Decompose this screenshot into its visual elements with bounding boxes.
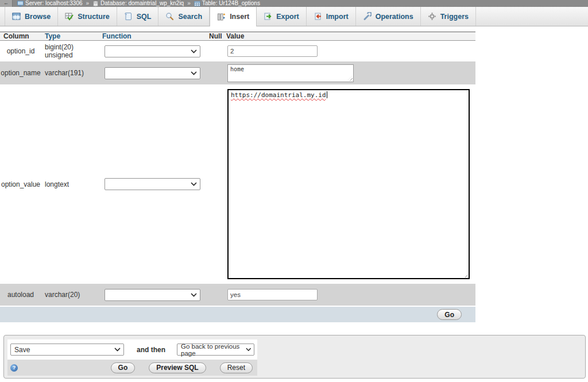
column-type: longtext — [41, 180, 102, 188]
tab-export[interactable]: Export — [257, 7, 307, 26]
column-type: bigint(20) unsigned — [41, 43, 102, 59]
function-select-autoload[interactable] — [105, 289, 200, 301]
chevron-down-icon — [191, 71, 197, 75]
browse-icon — [12, 12, 21, 21]
column-name: option_name — [0, 69, 41, 77]
breadcrumb-separator: » — [85, 0, 91, 7]
back-button[interactable]: ← — [0, 0, 13, 7]
table-row-option-value: option_value longtext https://domaintria… — [0, 86, 475, 283]
export-icon — [264, 12, 272, 21]
actions-row: Save and then Go back to previous page — [7, 339, 257, 360]
header-value: Value — [223, 32, 475, 40]
table-row-option-id: option_id bigint(20) unsigned — [0, 42, 475, 60]
chevron-down-icon — [191, 49, 197, 53]
value-input-option-id[interactable] — [227, 45, 318, 57]
insert-form: Column Type Function Null Value option_i… — [0, 26, 588, 322]
triggers-icon — [428, 12, 436, 21]
table-row-option-name: option_name varchar(191) home — [0, 61, 475, 84]
tab-import[interactable]: Import — [307, 7, 356, 26]
tab-triggers[interactable]: Triggers — [421, 7, 476, 26]
value-textarea-option-value[interactable]: https://domaintrial.my.id — [227, 89, 470, 279]
actions-panel: Save and then Go back to previous page ?… — [3, 335, 586, 379]
import-icon — [314, 12, 322, 21]
help-icon[interactable]: ? — [10, 364, 18, 372]
chevron-down-icon — [191, 293, 197, 297]
operations-icon — [363, 12, 372, 21]
column-type: varchar(191) — [41, 69, 102, 77]
breadcrumb-bar: ← Server: localhost:3306 » Database: dom… — [0, 0, 588, 7]
reset-button[interactable]: Reset — [220, 362, 253, 373]
tab-operations[interactable]: Operations — [356, 7, 421, 26]
and-then-label: and then — [137, 346, 165, 354]
header-function: Function — [102, 32, 207, 40]
tab-search[interactable]: Search — [158, 7, 210, 26]
insert-table: Column Type Function Null Value option_i… — [0, 32, 475, 322]
database-icon — [92, 1, 99, 7]
chevron-down-icon — [246, 348, 251, 352]
insert-icon — [217, 13, 226, 21]
chevron-down-icon — [191, 182, 197, 186]
actions-footer: ? Go Preview SQL Reset — [7, 360, 257, 376]
tab-browse[interactable]: Browse — [5, 7, 58, 26]
header-column: Column — [0, 32, 41, 40]
tab-insert[interactable]: Insert — [210, 7, 257, 26]
resize-handle-icon[interactable] — [347, 76, 353, 81]
column-name: option_value — [0, 180, 41, 188]
table-icon — [194, 1, 200, 7]
submit-go-button[interactable]: Go — [111, 362, 136, 373]
breadcrumb-server[interactable]: Server: localhost:3306 — [17, 0, 83, 7]
go-button[interactable]: Go — [437, 309, 462, 320]
server-icon — [17, 1, 24, 7]
tab-sql[interactable]: SQL — [117, 7, 159, 26]
phpmyadmin-insert-page: ← Server: localhost:3306 » Database: dom… — [0, 0, 588, 382]
column-type: varchar(20) — [41, 291, 102, 299]
preview-sql-button[interactable]: Preview SQL — [149, 362, 206, 373]
chevron-down-icon — [114, 348, 121, 352]
header-type: Type — [41, 32, 102, 40]
value-textarea-option-name[interactable]: home — [227, 64, 354, 82]
insert-action-select[interactable]: Save — [10, 344, 124, 356]
text-cursor — [327, 91, 328, 98]
column-name: autoload — [0, 291, 41, 299]
breadcrumb-database[interactable]: Database: domaintrial_wp_kn2iq — [92, 0, 184, 7]
function-select-option-name[interactable] — [105, 67, 200, 79]
breadcrumb-table[interactable]: Table: Ur124B_options — [194, 0, 260, 7]
after-insert-select[interactable]: Go back to previous page — [177, 344, 254, 356]
breadcrumb: Server: localhost:3306 » Database: domai… — [13, 0, 260, 7]
structure-icon — [65, 12, 74, 21]
insert-table-header: Column Type Function Null Value — [0, 32, 475, 41]
table-row-autoload: autoload varchar(20) — [0, 284, 475, 306]
header-null: Null — [207, 32, 223, 40]
search-icon — [165, 12, 174, 21]
function-select-option-value[interactable] — [105, 178, 200, 190]
value-input-autoload[interactable] — [227, 289, 318, 300]
table-nav-tabs: Browse Structure SQL Search Insert — [0, 7, 588, 26]
breadcrumb-separator: » — [186, 0, 192, 7]
resize-handle-icon[interactable] — [463, 272, 468, 277]
insert-table-footer: Go — [0, 307, 475, 322]
function-select-option-id[interactable] — [105, 45, 200, 57]
tab-structure[interactable]: Structure — [58, 7, 117, 26]
column-name: option_id — [0, 47, 41, 55]
sql-icon — [124, 12, 133, 21]
